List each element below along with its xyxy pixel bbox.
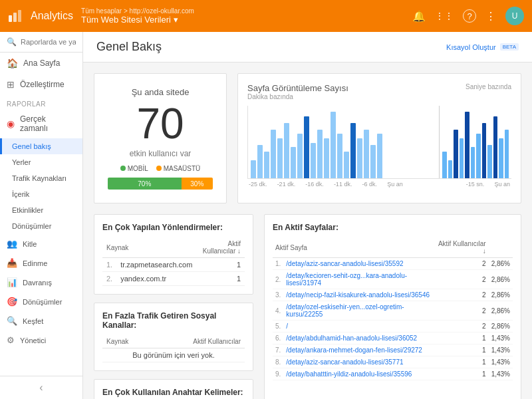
sidebar-item-yonetici[interactable]: ⚙ Yönetici: [0, 331, 82, 350]
social-title: En Fazla Trafik Getiren Sosyal Kanallar:: [102, 311, 245, 330]
bell-icon[interactable]: 🔔: [412, 10, 426, 23]
sidebar-item-edinme[interactable]: 📥 Edinme: [0, 253, 82, 273]
bar: [264, 152, 269, 178]
table-row: 4. /detay/ozel-eskisehir-yen...ozel-ogre…: [273, 301, 513, 321]
shortcut-area: Kısayol Oluştur BETA: [446, 43, 519, 51]
sidebar-item-davranis[interactable]: 📊 Davranış: [0, 273, 82, 292]
more-icon[interactable]: ⋮: [485, 10, 496, 23]
sidebar: 🔍 🏠 Ana Sayfa ⊞ Özelleştirme RAPORLAR ◉ …: [0, 32, 83, 399]
sidebar-item-kesfet[interactable]: 🔍 Keşfet: [0, 311, 82, 331]
bar-right: [505, 130, 509, 178]
active-pages-col-pct: [489, 237, 513, 258]
shortcut-create-button[interactable]: Kısayol Oluştur: [446, 43, 496, 51]
bar: [284, 123, 289, 178]
bar-right: [460, 138, 464, 178]
referral-source-0[interactable]: tr.zapmetasearch.com: [116, 258, 196, 272]
search-input[interactable]: [21, 38, 76, 46]
desktop-legend: MASAÜSTÜ: [156, 165, 201, 172]
social-card: En Fazla Trafik Getiren Sosyal Kanallar:…: [94, 303, 253, 371]
topbar-title: Analytics: [31, 10, 73, 22]
analytics-logo-icon: [8, 9, 23, 23]
active-page-link-2[interactable]: /detay/necip-fazil-kisakurek-anadolu-lis…: [283, 289, 432, 301]
bar-right-highlight: [493, 116, 498, 178]
device-bar: 70% 30%: [108, 178, 213, 190]
active-page-link-0[interactable]: /detay/aziz-sancar-anadolu-lisesi/35592: [283, 258, 432, 270]
active-page-link-3[interactable]: /detay/ozel-eskisehir-yen...ozel-ogretim…: [283, 301, 432, 321]
sidebar-search-container[interactable]: 🔍: [0, 32, 82, 53]
reports-section-label: RAPORLAR: [0, 95, 82, 109]
search-icon: 🔍: [7, 37, 17, 47]
page-title: Genel Bakış: [96, 40, 162, 54]
active-page-link-7[interactable]: /detay/aziz-sancar-anadolu-lisesi/35771: [283, 356, 432, 368]
active-users-subtitle: etkin kullanıcı var: [108, 149, 213, 158]
active-page-link-6[interactable]: /detay/ankara-mehmet-dogan-fen-lisesi/29…: [283, 344, 432, 356]
sidebar-collapse-button[interactable]: ‹: [0, 376, 82, 399]
desktop-bar: 30%: [182, 178, 213, 190]
behavior-icon: 📊: [7, 277, 17, 287]
chart-card: Sayfa Görüntüleme Sayısı Dakika bazında …: [237, 73, 521, 203]
svg-rect-1: [13, 13, 17, 22]
bar: [297, 134, 303, 178]
active-pages-col-users: Aktif Kullanıcılar ↓: [433, 237, 489, 258]
active-pages-table: Aktif Sayfa Aktif Kullanıcılar ↓ 1. /det…: [273, 237, 513, 380]
social-no-data: Bu görünüm için veri yok.: [102, 348, 245, 362]
table-row: 6. /detay/abdulhamid-han-anadolu-lisesi/…: [273, 332, 513, 344]
grid-icon[interactable]: ⋮⋮: [435, 11, 454, 21]
bar: [331, 112, 336, 178]
svg-rect-0: [9, 15, 12, 22]
active-page-link-5[interactable]: /detay/abdulhamid-han-anadolu-lisesi/360…: [283, 332, 432, 344]
sidebar-item-etkinlikler[interactable]: Etkinlikler: [0, 202, 82, 218]
sidebar-item-gercek-zamanli[interactable]: ◉ Gerçek zamanlı: [0, 109, 82, 138]
svg-rect-2: [18, 10, 21, 22]
mobile-bar: 70%: [108, 178, 182, 190]
active-page-link-8[interactable]: /detay/bahatttin-yildiz-anadolu-lisesi/3…: [283, 368, 432, 380]
help-icon[interactable]: ?: [463, 9, 476, 23]
sidebar-item-yerler[interactable]: Yerler: [0, 154, 82, 170]
referrals-col-users: Aktif Kullanıcılar ↓: [196, 237, 245, 258]
bar-right: [476, 134, 481, 178]
topbar: Analytics Tüm hesaplar > http://ozel-oku…: [0, 0, 532, 32]
sidebar-item-genel-bakis[interactable]: Genel bakış: [0, 138, 82, 154]
referrals-col-source: Kaynak: [102, 237, 196, 258]
avatar[interactable]: U: [505, 7, 524, 25]
sidebar-item-kitle[interactable]: 👥 Kitle: [0, 234, 82, 253]
bar-highlight: [350, 123, 356, 178]
active-users-card: Şu anda sitede 70 etkin kullanıcı var MO…: [94, 73, 227, 203]
sidebar-label-ozellestirme: Özelleştirme: [20, 80, 65, 89]
sidebar-item-donusumler[interactable]: Dönüşümler: [0, 218, 82, 234]
active-page-link-4[interactable]: /: [283, 321, 432, 332]
topbar-breadcrumb: Tüm hesaplar > http://ozel-okullar.com T…: [81, 7, 194, 25]
sidebar-item-donusumler2[interactable]: 🎯 Dönüşümler: [0, 292, 82, 311]
right-bars: [442, 112, 509, 178]
sidebar-item-ana-sayfa[interactable]: 🏠 Ana Sayfa: [0, 53, 82, 74]
realtime-icon: ◉: [7, 118, 15, 129]
chevron-down-icon: ▾: [174, 15, 178, 25]
device-legend: MOBİL MASAÜSTÜ: [108, 165, 213, 172]
table-row: 1. tr.zapmetasearch.com 1: [102, 258, 245, 272]
sidebar-item-ozellestirme[interactable]: ⊞ Özelleştirme: [0, 74, 82, 95]
bar-right: [448, 160, 453, 178]
active-page-link-1[interactable]: /detay/kecioren-sehit-ozg...kara-anadolu…: [283, 270, 432, 289]
sidebar-label-gercek-zamanli: Gerçek zamanlı: [20, 114, 76, 133]
discover-icon: 🔍: [7, 316, 17, 326]
bar-right: [442, 152, 447, 178]
table-row: 3. /detay/necip-fazil-kisakurek-anadolu-…: [273, 289, 513, 301]
social-col-source: Kaynak: [102, 335, 152, 348]
active-users-number: 70: [108, 102, 213, 145]
acquisition-icon: 📥: [7, 258, 17, 268]
table-row: 2. /detay/kecioren-sehit-ozg...kara-anad…: [273, 270, 513, 289]
bar: [324, 138, 329, 178]
bar: [251, 160, 256, 178]
referral-source-1[interactable]: yandex.com.tr: [116, 272, 196, 286]
content-area: Genel Bakış Kısayol Oluştur BETA Şu anda…: [83, 32, 532, 399]
bar: [317, 130, 323, 178]
left-tables: En Çok Yapılan Yönlendirmeler: Kaynak Ak…: [94, 214, 253, 399]
breadcrumb-top: Tüm hesaplar > http://ozel-okullar.com: [81, 7, 194, 15]
view-selector[interactable]: Tüm Web Sitesi Verileri ▾: [81, 15, 194, 25]
sidebar-item-icerik[interactable]: İçerik: [0, 186, 82, 202]
sidebar-item-trafik-kaynaklari[interactable]: Trafik Kaynakları: [0, 170, 82, 186]
table-row: 7. /detay/ankara-mehmet-dogan-fen-lisesi…: [273, 344, 513, 356]
active-pages-col-page: Aktif Sayfa: [273, 237, 433, 258]
admin-icon: ⚙: [7, 335, 15, 345]
bar: [377, 134, 382, 178]
